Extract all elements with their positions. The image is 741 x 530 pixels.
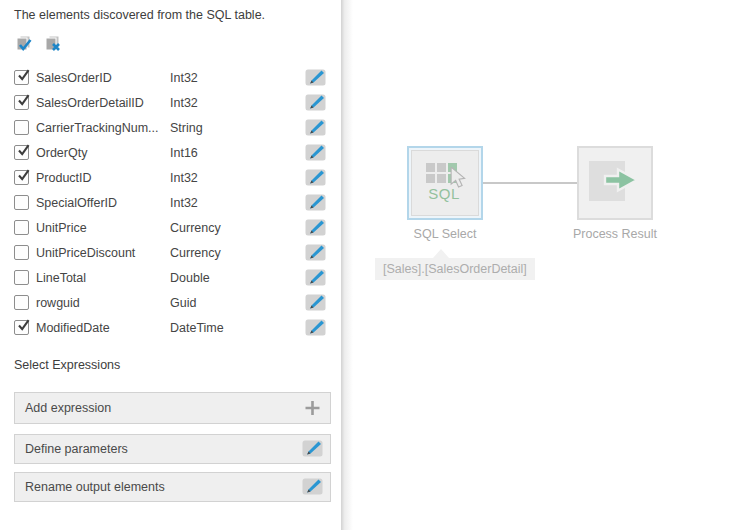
field-type: Guid bbox=[170, 291, 196, 315]
field-edit-button[interactable] bbox=[305, 194, 326, 211]
checkmark-icon bbox=[16, 318, 32, 333]
field-row[interactable]: SalesOrderDetailID Int32 bbox=[14, 91, 331, 116]
field-name: UnitPrice bbox=[36, 216, 87, 240]
process-arrow-icon bbox=[603, 166, 643, 194]
field-type: Int32 bbox=[170, 166, 198, 190]
panel-title: The elements discovered from the SQL tab… bbox=[14, 8, 265, 22]
edit-icon bbox=[305, 244, 326, 261]
field-type: String bbox=[170, 116, 203, 140]
rename-output-elements-button[interactable]: Rename output elements bbox=[14, 472, 331, 502]
edit-icon bbox=[305, 119, 326, 136]
checkmark-icon bbox=[16, 93, 32, 108]
field-type: Int32 bbox=[170, 191, 198, 215]
select-all-button[interactable] bbox=[14, 35, 34, 53]
field-name: SalesOrderID bbox=[36, 66, 112, 90]
field-edit-button[interactable] bbox=[305, 319, 326, 336]
edit-icon bbox=[305, 194, 326, 211]
define-parameters-label: Define parameters bbox=[25, 435, 128, 463]
rename-output-elements-label: Rename output elements bbox=[25, 473, 165, 501]
field-name: rowguid bbox=[36, 291, 80, 315]
deselect-all-button[interactable] bbox=[43, 35, 63, 53]
field-row[interactable]: ModifiedDate DateTime bbox=[14, 316, 331, 341]
checkmark-icon bbox=[16, 168, 32, 183]
field-name: ProductID bbox=[36, 166, 92, 190]
field-checkbox[interactable] bbox=[14, 120, 29, 135]
define-parameters-button[interactable]: Define parameters bbox=[14, 434, 331, 464]
field-edit-button[interactable] bbox=[305, 94, 326, 111]
add-expression-button[interactable]: Add expression bbox=[14, 392, 331, 424]
field-edit-button[interactable] bbox=[305, 269, 326, 286]
select-all-icon bbox=[14, 35, 34, 53]
edit-icon bbox=[305, 69, 326, 86]
field-edit-button[interactable] bbox=[305, 219, 326, 236]
field-type: Int32 bbox=[170, 66, 198, 90]
tooltip-arrow bbox=[433, 249, 449, 258]
edit-icon bbox=[305, 269, 326, 286]
field-edit-button[interactable] bbox=[305, 169, 326, 186]
field-checkbox[interactable] bbox=[14, 245, 29, 260]
sql-select-node[interactable]: SQL bbox=[407, 146, 483, 220]
field-name: CarrierTrackingNum... bbox=[36, 116, 158, 140]
process-result-label: Process Result bbox=[565, 227, 665, 241]
add-expression-label: Add expression bbox=[25, 393, 111, 423]
panel-divider bbox=[341, 0, 353, 530]
field-row[interactable]: UnitPrice Currency bbox=[14, 216, 331, 241]
field-row[interactable]: CarrierTrackingNum... String bbox=[14, 116, 331, 141]
sql-select-label: SQL Select bbox=[387, 227, 503, 241]
field-type: Int32 bbox=[170, 91, 198, 115]
edit-icon bbox=[305, 144, 326, 161]
sql-badge: SQL bbox=[422, 185, 466, 202]
field-name: SpecialOfferID bbox=[36, 191, 117, 215]
field-edit-button[interactable] bbox=[305, 69, 326, 86]
field-type: DateTime bbox=[170, 316, 224, 340]
field-edit-button[interactable] bbox=[305, 144, 326, 161]
field-row[interactable]: rowguid Guid bbox=[14, 291, 331, 316]
selection-toolbar bbox=[14, 35, 63, 53]
field-checkbox[interactable] bbox=[14, 270, 29, 285]
workflow-canvas: SQL SQL Select Process Result [Sales].[S… bbox=[353, 0, 741, 530]
field-name: OrderQty bbox=[36, 141, 87, 165]
field-name: LineTotal bbox=[36, 266, 86, 290]
node-connector-line bbox=[483, 182, 577, 184]
field-row[interactable]: SpecialOfferID Int32 bbox=[14, 191, 331, 216]
node-tooltip: [Sales].[SalesOrderDetail] bbox=[375, 258, 535, 280]
checkmark-icon bbox=[16, 143, 32, 158]
field-row[interactable]: ProductID Int32 bbox=[14, 166, 331, 191]
field-checkbox[interactable] bbox=[14, 295, 29, 310]
field-edit-button[interactable] bbox=[305, 119, 326, 136]
edit-icon bbox=[305, 169, 326, 186]
field-checkbox[interactable] bbox=[14, 170, 29, 185]
field-row[interactable]: UnitPriceDiscount Currency bbox=[14, 241, 331, 266]
deselect-all-icon bbox=[43, 35, 63, 53]
field-checkbox[interactable] bbox=[14, 70, 29, 85]
field-name: SalesOrderDetailID bbox=[36, 91, 144, 115]
field-checkbox[interactable] bbox=[14, 320, 29, 335]
edit-icon bbox=[305, 319, 326, 336]
field-checkbox[interactable] bbox=[14, 220, 29, 235]
field-type: Currency bbox=[170, 216, 221, 240]
edit-icon bbox=[305, 94, 326, 111]
edit-icon bbox=[302, 440, 323, 458]
field-edit-button[interactable] bbox=[305, 244, 326, 261]
select-expressions-label: Select Expressions bbox=[14, 358, 120, 372]
field-name: UnitPriceDiscount bbox=[36, 241, 135, 265]
elements-panel: The elements discovered from the SQL tab… bbox=[0, 0, 341, 530]
field-checkbox[interactable] bbox=[14, 195, 29, 210]
plus-icon bbox=[302, 399, 323, 417]
field-row[interactable]: LineTotal Double bbox=[14, 266, 331, 291]
field-row[interactable]: SalesOrderID Int32 bbox=[14, 66, 331, 91]
process-result-node[interactable] bbox=[577, 146, 653, 220]
edit-icon bbox=[305, 294, 326, 311]
checkmark-icon bbox=[16, 68, 32, 83]
field-row[interactable]: OrderQty Int16 bbox=[14, 141, 331, 166]
field-edit-button[interactable] bbox=[305, 294, 326, 311]
field-type: Int16 bbox=[170, 141, 198, 165]
edit-icon bbox=[302, 478, 323, 496]
edit-icon bbox=[305, 219, 326, 236]
field-list: SalesOrderID Int32 SalesOrderDetailID In… bbox=[14, 66, 331, 341]
field-name: ModifiedDate bbox=[36, 316, 110, 340]
field-type: Double bbox=[170, 266, 210, 290]
field-checkbox[interactable] bbox=[14, 95, 29, 110]
field-checkbox[interactable] bbox=[14, 145, 29, 160]
field-type: Currency bbox=[170, 241, 221, 265]
